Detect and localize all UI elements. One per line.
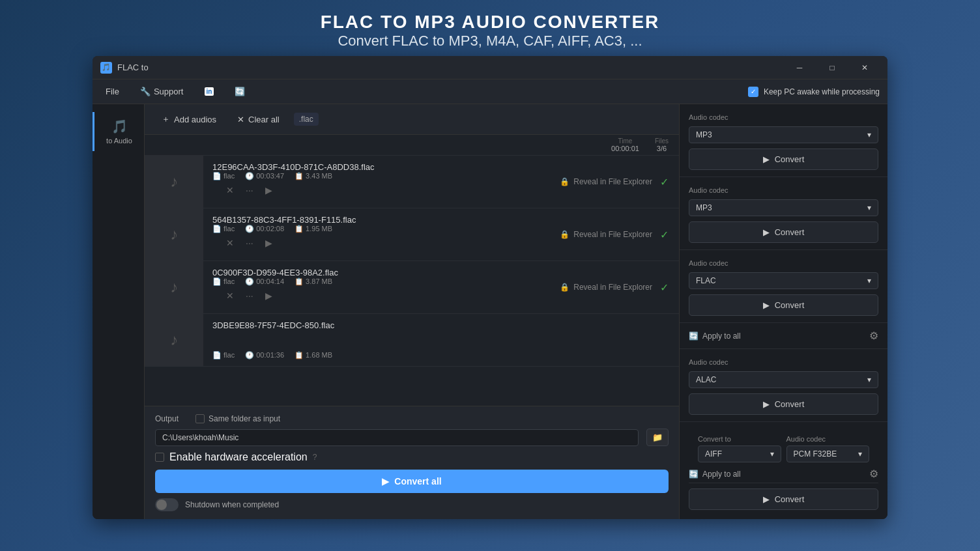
remove-file-3-button[interactable]: ✕ [223,289,237,303]
clear-all-button[interactable]: ✕ Clear all [231,111,286,128]
settings-button-bottom[interactable]: ⚙ [869,468,878,480]
codec-select-2[interactable]: MP3 ▾ [689,199,878,216]
file-bottom-row: ✕ ··· ▶ [212,233,540,254]
reveal-link-1[interactable]: 🔒 Reveal in File Explorer [560,177,652,186]
play-icon: ▶ [763,300,770,310]
keep-awake-checkbox[interactable]: ✓ [748,87,758,97]
file-name: 0C900F3D-D959-4EE3-98A2.flac [212,268,540,277]
hw-accel-checkbox[interactable] [155,453,164,462]
convert-button-4[interactable]: ▶ Convert [689,393,878,415]
support-menu[interactable]: 🔧 Support [135,84,189,99]
file-name: 564B1357-88C3-4FF1-8391-F115.flac [212,215,540,225]
table-row: ♪ 3DBE9E88-7F57-4EDC-850.flac 📄 flac 🕐 0… [145,314,679,367]
apply-to-all-button-mid[interactable]: 🔄 Apply to all [689,332,741,341]
conv-row-1-top: Audio codec [689,113,878,121]
chevron-down-icon: ▾ [867,203,871,212]
file-duration-4: 🕐 00:01:36 [245,351,284,360]
apply-row-mid: 🔄 Apply to all ⚙ [680,323,887,349]
page-subtitle: Convert FLAC to MP3, M4A, CAF, AIFF, AC3… [321,33,660,49]
convert-button-bottom[interactable]: ▶ Convert [689,488,878,510]
file-duration-2: 🕐 00:02:08 [245,225,284,233]
audio-codec-label-3: Audio codec [689,259,728,267]
file-info: 0C900F3D-D959-4EE3-98A2.flac 📄 flac 🕐 00… [203,261,549,313]
play-icon: ▶ [382,476,389,487]
file-thumbnail: ♪ [145,261,203,313]
sidebar-item-audio[interactable]: 🎵 to Audio [93,112,144,151]
check-icon-3: ✓ [660,281,669,294]
remove-file-1-button[interactable]: ✕ [223,183,237,197]
add-audios-button[interactable]: ＋ Add audios [155,109,223,129]
file-format-2: 📄 flac [212,225,235,233]
reveal-link-3[interactable]: 🔒 Reveal in File Explorer [560,283,652,292]
output-path-input[interactable] [155,429,639,446]
conv-row-4-top: Audio codec [689,358,878,366]
remove-file-2-button[interactable]: ✕ [223,236,237,250]
music-icon: ♪ [170,225,178,244]
audio-codec-col: Audio codec PCM F32BE ▾ [786,435,870,462]
convert-to-value: AIFF [705,449,722,459]
file-size-3: 📋 3.87 MB [295,277,332,286]
apply-row-bottom: 🔄 Apply to all ⚙ [689,462,878,483]
reveal-link-2[interactable]: 🔒 Reveal in File Explorer [560,230,652,239]
format-badge: .flac [294,113,319,126]
toggle-knob [156,500,167,510]
lock-icon: 🔒 [560,283,569,292]
apply-to-all-button-bottom[interactable]: 🔄 Apply to all [689,470,741,479]
settings-button-mid[interactable]: ⚙ [869,330,878,342]
convert-all-button[interactable]: ▶ Convert all [155,470,669,493]
convert-to-col: Convert to AIFF ▾ [698,435,781,462]
title-bar-title: FLAC to [117,63,149,72]
chevron-down-icon: ▾ [867,276,871,285]
codec-select-1[interactable]: MP3 ▾ [689,126,878,143]
audio-codec-label-4: Audio codec [689,358,728,366]
file-size-4: 📋 1.68 MB [295,351,332,360]
browse-button[interactable]: 📁 [646,429,669,446]
page-title: FLAC TO MP3 AUDIO CONVERTER [321,12,660,33]
right-panel: Audio codec MP3 ▾ ▶ Convert Audio codec … [679,104,887,519]
check-icon-1: ✓ [660,176,669,188]
play-icon: ▶ [763,399,770,409]
sidebar-label: to Audio [106,137,132,145]
output-section: Output Same folder as input 📁 Enable har… [145,406,679,519]
play-1-button[interactable]: ▶ [262,183,276,197]
hw-accel-row: Enable hardware acceleration ? [155,451,669,463]
support-menu-label: Support [154,87,184,96]
app-window: 🎵 FLAC to ─ □ ✕ File 🔧 Support in 🔄 [93,56,887,519]
same-folder-checkbox[interactable] [195,414,205,423]
output-label: Output [155,414,188,423]
file-name: 3DBE9E88-7F57-4EDC-850.flac [212,320,670,330]
sidebar: 🎵 to Audio [93,104,145,519]
convert-label-2: Convert [775,227,805,237]
refresh-button[interactable]: 🔄 [229,84,250,99]
same-folder-option[interactable]: Same folder as input [195,414,280,423]
table-row: ♪ 12E96CAA-3D3F-410D-871C-A8DD38.flac 📄 … [145,156,679,208]
convert-label-1: Convert [775,154,805,164]
play-icon: ▶ [763,154,770,164]
keep-awake-option[interactable]: ✓ Keep PC awake while processing [748,87,880,97]
codec-select-4[interactable]: ALAC ▾ [689,371,878,388]
play-2-button[interactable]: ▶ [262,236,276,250]
output-row: Output Same folder as input [155,414,669,423]
linkedin-button[interactable]: in [199,85,220,98]
codec-select-3[interactable]: FLAC ▾ [689,272,878,289]
file-info: 12E96CAA-3D3F-410D-871C-A8DD38.flac 📄 fl… [203,156,549,208]
codec-value-3: FLAC [696,276,716,285]
maximize-button[interactable]: □ [817,56,847,79]
keep-awake-label: Keep PC awake while processing [764,87,880,96]
convert-button-3[interactable]: ▶ Convert [689,294,878,316]
file-actions: 🔒 Reveal in File Explorer ✓ [549,156,679,208]
convert-button-1[interactable]: ▶ Convert [689,148,878,170]
more-options-3-button[interactable]: ··· [242,289,257,303]
file-menu[interactable]: File [100,84,124,99]
more-options-1-button[interactable]: ··· [242,183,257,197]
close-button[interactable]: ✕ [850,56,880,79]
shutdown-toggle[interactable] [155,498,179,511]
time-value: 00:00:01 [611,145,639,152]
convert-button-2[interactable]: ▶ Convert [689,221,878,243]
minimize-button[interactable]: ─ [785,56,814,79]
audio-codec-select-bottom[interactable]: PCM F32BE ▾ [786,445,870,462]
more-options-2-button[interactable]: ··· [242,236,257,250]
play-3-button[interactable]: ▶ [262,289,276,303]
chevron-down-icon: ▾ [867,375,871,384]
convert-to-select[interactable]: AIFF ▾ [698,445,781,462]
